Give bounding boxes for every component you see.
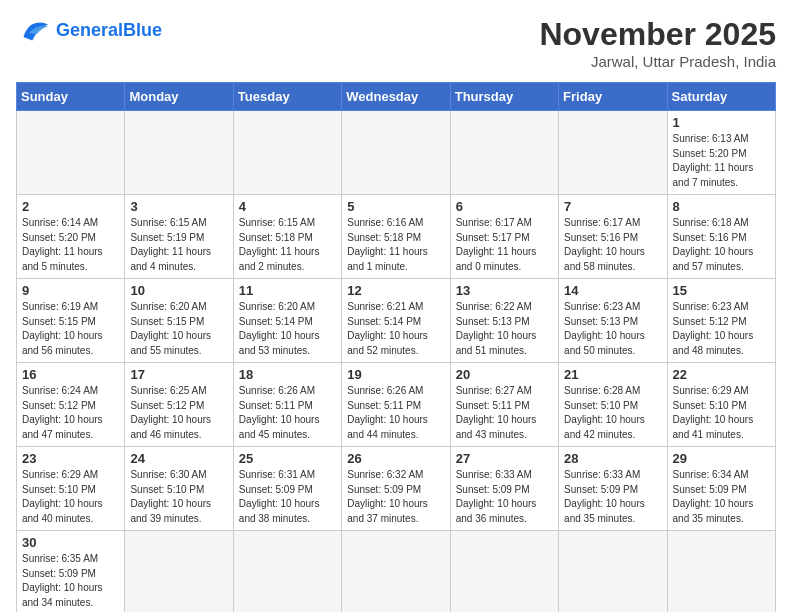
- day-number: 6: [456, 199, 553, 214]
- calendar-week-row: 16Sunrise: 6:24 AMSunset: 5:12 PMDayligh…: [17, 363, 776, 447]
- table-row: 11Sunrise: 6:20 AMSunset: 5:14 PMDayligh…: [233, 279, 341, 363]
- table-row: [125, 111, 233, 195]
- day-info: Sunrise: 6:32 AMSunset: 5:09 PMDaylight:…: [347, 468, 444, 526]
- table-row: 19Sunrise: 6:26 AMSunset: 5:11 PMDayligh…: [342, 363, 450, 447]
- title-area: November 2025 Jarwal, Uttar Pradesh, Ind…: [539, 16, 776, 70]
- day-info: Sunrise: 6:27 AMSunset: 5:11 PMDaylight:…: [456, 384, 553, 442]
- day-number: 3: [130, 199, 227, 214]
- day-number: 5: [347, 199, 444, 214]
- header-monday: Monday: [125, 83, 233, 111]
- table-row: 7Sunrise: 6:17 AMSunset: 5:16 PMDaylight…: [559, 195, 667, 279]
- table-row: 26Sunrise: 6:32 AMSunset: 5:09 PMDayligh…: [342, 447, 450, 531]
- table-row: 10Sunrise: 6:20 AMSunset: 5:15 PMDayligh…: [125, 279, 233, 363]
- day-info: Sunrise: 6:22 AMSunset: 5:13 PMDaylight:…: [456, 300, 553, 358]
- day-number: 16: [22, 367, 119, 382]
- day-number: 21: [564, 367, 661, 382]
- day-number: 9: [22, 283, 119, 298]
- day-info: Sunrise: 6:31 AMSunset: 5:09 PMDaylight:…: [239, 468, 336, 526]
- day-info: Sunrise: 6:15 AMSunset: 5:18 PMDaylight:…: [239, 216, 336, 274]
- table-row: 6Sunrise: 6:17 AMSunset: 5:17 PMDaylight…: [450, 195, 558, 279]
- table-row: [233, 531, 341, 613]
- location-subtitle: Jarwal, Uttar Pradesh, India: [539, 53, 776, 70]
- table-row: 30Sunrise: 6:35 AMSunset: 5:09 PMDayligh…: [17, 531, 125, 613]
- day-number: 11: [239, 283, 336, 298]
- table-row: [125, 531, 233, 613]
- day-number: 19: [347, 367, 444, 382]
- table-row: [17, 111, 125, 195]
- day-info: Sunrise: 6:28 AMSunset: 5:10 PMDaylight:…: [564, 384, 661, 442]
- day-number: 24: [130, 451, 227, 466]
- day-info: Sunrise: 6:20 AMSunset: 5:14 PMDaylight:…: [239, 300, 336, 358]
- table-row: 1Sunrise: 6:13 AMSunset: 5:20 PMDaylight…: [667, 111, 775, 195]
- day-info: Sunrise: 6:35 AMSunset: 5:09 PMDaylight:…: [22, 552, 119, 610]
- table-row: 2Sunrise: 6:14 AMSunset: 5:20 PMDaylight…: [17, 195, 125, 279]
- day-info: Sunrise: 6:15 AMSunset: 5:19 PMDaylight:…: [130, 216, 227, 274]
- table-row: 28Sunrise: 6:33 AMSunset: 5:09 PMDayligh…: [559, 447, 667, 531]
- day-number: 10: [130, 283, 227, 298]
- day-info: Sunrise: 6:13 AMSunset: 5:20 PMDaylight:…: [673, 132, 770, 190]
- day-info: Sunrise: 6:17 AMSunset: 5:17 PMDaylight:…: [456, 216, 553, 274]
- table-row: 25Sunrise: 6:31 AMSunset: 5:09 PMDayligh…: [233, 447, 341, 531]
- day-number: 20: [456, 367, 553, 382]
- header-saturday: Saturday: [667, 83, 775, 111]
- day-number: 7: [564, 199, 661, 214]
- day-number: 26: [347, 451, 444, 466]
- table-row: [233, 111, 341, 195]
- day-number: 15: [673, 283, 770, 298]
- day-number: 4: [239, 199, 336, 214]
- day-info: Sunrise: 6:21 AMSunset: 5:14 PMDaylight:…: [347, 300, 444, 358]
- day-number: 12: [347, 283, 444, 298]
- table-row: 14Sunrise: 6:23 AMSunset: 5:13 PMDayligh…: [559, 279, 667, 363]
- table-row: 13Sunrise: 6:22 AMSunset: 5:13 PMDayligh…: [450, 279, 558, 363]
- table-row: 17Sunrise: 6:25 AMSunset: 5:12 PMDayligh…: [125, 363, 233, 447]
- table-row: 4Sunrise: 6:15 AMSunset: 5:18 PMDaylight…: [233, 195, 341, 279]
- day-info: Sunrise: 6:23 AMSunset: 5:13 PMDaylight:…: [564, 300, 661, 358]
- day-info: Sunrise: 6:34 AMSunset: 5:09 PMDaylight:…: [673, 468, 770, 526]
- day-info: Sunrise: 6:14 AMSunset: 5:20 PMDaylight:…: [22, 216, 119, 274]
- table-row: 24Sunrise: 6:30 AMSunset: 5:10 PMDayligh…: [125, 447, 233, 531]
- day-info: Sunrise: 6:26 AMSunset: 5:11 PMDaylight:…: [239, 384, 336, 442]
- header: GeneralBlue November 2025 Jarwal, Uttar …: [16, 16, 776, 70]
- header-thursday: Thursday: [450, 83, 558, 111]
- day-number: 17: [130, 367, 227, 382]
- header-wednesday: Wednesday: [342, 83, 450, 111]
- day-number: 25: [239, 451, 336, 466]
- header-tuesday: Tuesday: [233, 83, 341, 111]
- day-info: Sunrise: 6:29 AMSunset: 5:10 PMDaylight:…: [673, 384, 770, 442]
- logo: GeneralBlue: [16, 16, 162, 44]
- weekday-header-row: Sunday Monday Tuesday Wednesday Thursday…: [17, 83, 776, 111]
- table-row: 29Sunrise: 6:34 AMSunset: 5:09 PMDayligh…: [667, 447, 775, 531]
- day-info: Sunrise: 6:23 AMSunset: 5:12 PMDaylight:…: [673, 300, 770, 358]
- day-info: Sunrise: 6:26 AMSunset: 5:11 PMDaylight:…: [347, 384, 444, 442]
- day-number: 30: [22, 535, 119, 550]
- table-row: 3Sunrise: 6:15 AMSunset: 5:19 PMDaylight…: [125, 195, 233, 279]
- table-row: 20Sunrise: 6:27 AMSunset: 5:11 PMDayligh…: [450, 363, 558, 447]
- calendar-table: Sunday Monday Tuesday Wednesday Thursday…: [16, 82, 776, 612]
- day-number: 23: [22, 451, 119, 466]
- table-row: [342, 531, 450, 613]
- calendar-week-row: 23Sunrise: 6:29 AMSunset: 5:10 PMDayligh…: [17, 447, 776, 531]
- header-friday: Friday: [559, 83, 667, 111]
- table-row: [559, 111, 667, 195]
- table-row: [667, 531, 775, 613]
- table-row: [342, 111, 450, 195]
- day-number: 14: [564, 283, 661, 298]
- day-number: 2: [22, 199, 119, 214]
- day-number: 8: [673, 199, 770, 214]
- calendar-week-row: 9Sunrise: 6:19 AMSunset: 5:15 PMDaylight…: [17, 279, 776, 363]
- logo-icon: [16, 16, 52, 44]
- day-number: 1: [673, 115, 770, 130]
- day-info: Sunrise: 6:24 AMSunset: 5:12 PMDaylight:…: [22, 384, 119, 442]
- table-row: 18Sunrise: 6:26 AMSunset: 5:11 PMDayligh…: [233, 363, 341, 447]
- table-row: 5Sunrise: 6:16 AMSunset: 5:18 PMDaylight…: [342, 195, 450, 279]
- day-info: Sunrise: 6:30 AMSunset: 5:10 PMDaylight:…: [130, 468, 227, 526]
- table-row: [450, 531, 558, 613]
- header-sunday: Sunday: [17, 83, 125, 111]
- table-row: [450, 111, 558, 195]
- day-info: Sunrise: 6:16 AMSunset: 5:18 PMDaylight:…: [347, 216, 444, 274]
- table-row: 23Sunrise: 6:29 AMSunset: 5:10 PMDayligh…: [17, 447, 125, 531]
- table-row: 22Sunrise: 6:29 AMSunset: 5:10 PMDayligh…: [667, 363, 775, 447]
- day-info: Sunrise: 6:29 AMSunset: 5:10 PMDaylight:…: [22, 468, 119, 526]
- table-row: 15Sunrise: 6:23 AMSunset: 5:12 PMDayligh…: [667, 279, 775, 363]
- day-number: 22: [673, 367, 770, 382]
